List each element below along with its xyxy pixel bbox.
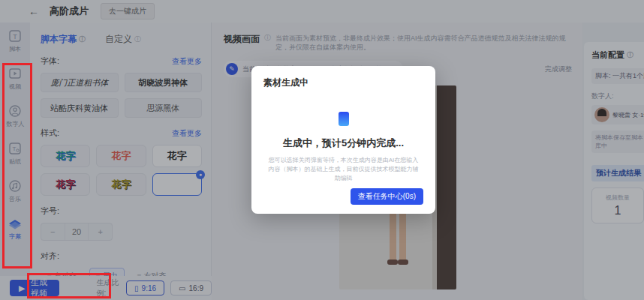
generating-modal: 素材生成中 生成中，预计5分钟内完成... 您可以选择关闭弹窗等待，本次生成内容… [251, 66, 435, 214]
loading-spinner [339, 112, 349, 126]
task-center-button[interactable]: 查看任务中心(0s) [351, 188, 423, 205]
app-window: ← 高阶成片 去一键成片 T 脚本 视频 数字人 T 贴纸 音乐 字幕 [0, 0, 644, 300]
modal-title: 素材生成中 [263, 76, 423, 89]
modal-description: 您可以选择关闭弹窗等待，本次生成内容是由AI在您输入内容（脚本）的基础上生成，目… [263, 156, 423, 183]
modal-headline: 生成中，预计5分钟内完成... [263, 136, 423, 150]
